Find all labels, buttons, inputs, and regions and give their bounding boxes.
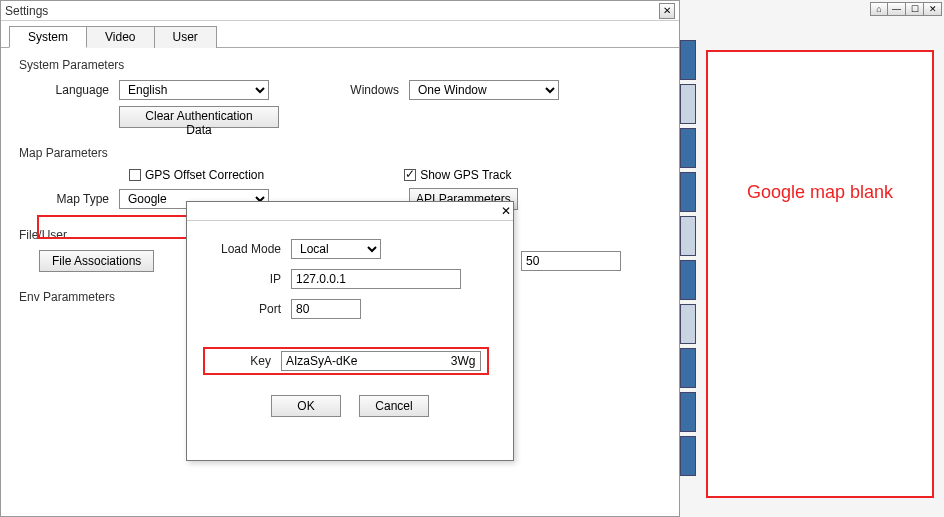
gps-offset-checkbox[interactable]: GPS Offset Correction (129, 168, 264, 182)
map-blank-annotation: Google map blank (708, 182, 932, 203)
ok-button[interactable]: OK (271, 395, 341, 417)
checkbox-icon (129, 169, 141, 181)
port-label: Port (211, 302, 291, 316)
key-label: Key (209, 354, 281, 368)
aux-min-button[interactable]: — (888, 2, 906, 16)
file-associations-button[interactable]: File Associations (39, 250, 154, 272)
window-title: Settings (5, 4, 48, 18)
ip-label: IP (211, 272, 291, 286)
load-mode-select[interactable]: Local (291, 239, 381, 259)
thumbnail[interactable] (680, 304, 696, 344)
aux-close-button[interactable]: ✕ (924, 2, 942, 16)
ip-field[interactable] (291, 269, 461, 289)
show-track-label: Show GPS Track (420, 168, 511, 182)
gps-offset-label: GPS Offset Correction (145, 168, 264, 182)
port-field[interactable] (291, 299, 361, 319)
cancel-button[interactable]: Cancel (359, 395, 429, 417)
close-icon[interactable]: ✕ (659, 3, 675, 19)
language-label: Language (19, 83, 119, 97)
thumbnail[interactable] (680, 260, 696, 300)
windows-label: Windows (269, 83, 409, 97)
key-field[interactable] (281, 351, 481, 371)
show-track-checkbox[interactable]: Show GPS Track (404, 168, 511, 182)
thumbnail[interactable] (680, 172, 696, 212)
thumbnail[interactable] (680, 348, 696, 388)
thumbnail[interactable] (680, 436, 696, 476)
clear-auth-button[interactable]: Clear Authentication Data (119, 106, 279, 128)
checkbox-icon (404, 169, 416, 181)
settings-window: Settings ✕ System Video User System Para… (0, 0, 680, 517)
thumbnail[interactable] (680, 84, 696, 124)
thumbnail-strip (680, 40, 698, 500)
api-params-dialog: ✕ Load Mode Local IP Port Key OK Canc (186, 201, 514, 461)
tab-system[interactable]: System (9, 26, 87, 48)
load-mode-label: Load Mode (211, 242, 291, 256)
group-system-params: System Parameters (19, 58, 661, 72)
language-select[interactable]: English (119, 80, 269, 100)
thumbnail[interactable] (680, 128, 696, 168)
aux-home-button[interactable]: ⌂ (870, 2, 888, 16)
tab-video[interactable]: Video (87, 26, 154, 48)
tab-user[interactable]: User (155, 26, 217, 48)
thumbnail[interactable] (680, 392, 696, 432)
close-icon[interactable]: ✕ (501, 204, 511, 218)
windows-select[interactable]: One Window (409, 80, 559, 100)
hidden-numeric-field[interactable] (521, 251, 621, 271)
map-type-label: Map Type (19, 192, 119, 206)
thumbnail[interactable] (680, 216, 696, 256)
group-map-params: Map Parameters (19, 146, 661, 160)
map-panel: Google map blank (706, 50, 934, 498)
thumbnail[interactable] (680, 40, 696, 80)
aux-max-button[interactable]: ☐ (906, 2, 924, 16)
